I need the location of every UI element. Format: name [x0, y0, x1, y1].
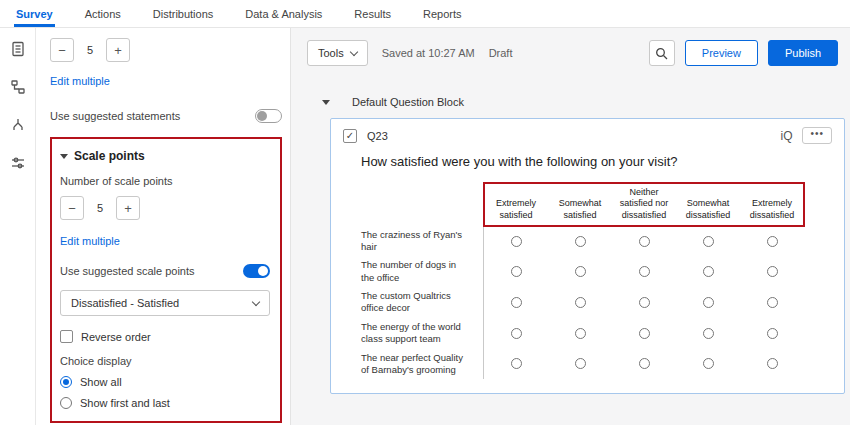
matrix-radio[interactable]	[511, 328, 522, 339]
matrix-radio[interactable]	[703, 266, 714, 277]
scale-points-section-header[interactable]: Scale points	[60, 149, 270, 163]
matrix-answer-cell	[740, 328, 804, 339]
question-builder-icon[interactable]	[7, 38, 29, 60]
matrix-radio[interactable]	[511, 358, 522, 369]
question-select-checkbox[interactable]: ✓	[343, 129, 357, 143]
matrix-answer-cell	[676, 358, 740, 369]
matrix-radio[interactable]	[575, 328, 586, 339]
matrix-row: The near perfect Quality of Barnaby's gr…	[361, 349, 832, 380]
matrix-radio[interactable]	[639, 266, 650, 277]
matrix-radio[interactable]	[575, 358, 586, 369]
statement-label[interactable]: The custom Qualtrics office decor	[361, 287, 483, 318]
left-icon-strip	[0, 28, 36, 425]
scale-points-stepper: − 5 +	[60, 196, 270, 220]
matrix-radio[interactable]	[575, 266, 586, 277]
scale-column-header[interactable]: Somewhat dissatisfied	[676, 198, 740, 221]
reverse-order-row[interactable]: Reverse order	[60, 330, 270, 343]
matrix-radio[interactable]	[703, 358, 714, 369]
matrix-radio[interactable]	[511, 236, 522, 247]
statement-label[interactable]: The craziness of Ryan's hair	[361, 226, 483, 257]
matrix-radio[interactable]	[511, 266, 522, 277]
statements-minus-button[interactable]: −	[50, 38, 74, 62]
matrix-row: The custom Qualtrics office decor	[361, 287, 832, 318]
iq-score-button[interactable]: iQ	[780, 129, 792, 143]
tools-label: Tools	[318, 47, 344, 59]
scale-column-header[interactable]: Somewhat satisfied	[548, 198, 612, 221]
scale-column-header[interactable]: Neither satisfied nor dissatisfied	[612, 187, 676, 221]
search-button[interactable]	[649, 40, 675, 66]
edit-multiple-scale-points-link[interactable]: Edit multiple	[60, 235, 120, 247]
show-first-last-label: Show first and last	[80, 397, 170, 409]
tab-distributions[interactable]: Distributions	[151, 0, 216, 27]
statement-label[interactable]: The number of dogs in the office	[361, 256, 483, 287]
survey-flow-icon[interactable]	[7, 76, 29, 98]
statement-label[interactable]: The energy of the world class support te…	[361, 318, 483, 349]
matrix-radio[interactable]	[703, 236, 714, 247]
matrix-radio[interactable]	[767, 328, 778, 339]
matrix-radio[interactable]	[703, 328, 714, 339]
scale-points-minus-button[interactable]: −	[60, 196, 84, 220]
annotation-box-scale-columns: Extremely satisfied Somewhat satisfied N…	[483, 183, 804, 226]
matrix-row-cells	[483, 256, 804, 287]
matrix-radio[interactable]	[511, 297, 522, 308]
draft-status: Draft	[489, 47, 513, 59]
scale-preset-dropdown[interactable]: Dissatisfied - Satisfied	[60, 290, 270, 316]
tab-reports[interactable]: Reports	[421, 0, 464, 27]
scale-column-header[interactable]: Extremely dissatisfied	[740, 198, 804, 221]
tab-survey[interactable]: Survey	[14, 0, 55, 27]
matrix-radio[interactable]	[767, 266, 778, 277]
matrix-radio[interactable]	[639, 297, 650, 308]
preview-button[interactable]: Preview	[685, 40, 758, 66]
matrix-radio[interactable]	[767, 297, 778, 308]
statements-count: 5	[82, 44, 98, 56]
show-first-last-radio[interactable]	[60, 397, 72, 409]
matrix-answer-cell	[548, 297, 612, 308]
statement-label[interactable]: The near perfect Quality of Barnaby's gr…	[361, 349, 483, 380]
scale-points-title: Scale points	[74, 149, 145, 163]
matrix-radio[interactable]	[575, 297, 586, 308]
statements-plus-button[interactable]: +	[106, 38, 130, 62]
matrix-answer-cell	[484, 297, 548, 308]
matrix-radio[interactable]	[639, 236, 650, 247]
top-nav: Survey Actions Distributions Data & Anal…	[0, 0, 850, 28]
matrix-radio[interactable]	[767, 236, 778, 247]
matrix-answer-cell	[548, 266, 612, 277]
choice-display-label: Choice display	[60, 355, 270, 367]
tools-dropdown[interactable]: Tools	[307, 40, 368, 66]
chevron-down-icon	[349, 47, 357, 55]
reverse-order-checkbox[interactable]	[60, 330, 73, 343]
qualtrics-survey-editor: Survey Actions Distributions Data & Anal…	[0, 0, 850, 425]
matrix-radio[interactable]	[575, 236, 586, 247]
tab-data-analysis[interactable]: Data & Analysis	[243, 0, 324, 27]
show-all-radio[interactable]	[60, 376, 72, 388]
matrix-answer-cell	[612, 358, 676, 369]
matrix-radio[interactable]	[767, 358, 778, 369]
question-text[interactable]: How satisfied were you with the followin…	[361, 154, 832, 169]
use-suggested-statements-toggle[interactable]	[255, 109, 282, 123]
edit-multiple-statements-link[interactable]: Edit multiple	[50, 75, 110, 87]
matrix-row-cells	[483, 318, 804, 349]
use-suggested-scale-points-toggle[interactable]	[243, 264, 270, 278]
matrix-answer-cell	[740, 266, 804, 277]
choice-display-show-first-last[interactable]: Show first and last	[60, 397, 270, 409]
matrix-radio[interactable]	[703, 297, 714, 308]
matrix-answer-cell	[676, 236, 740, 247]
survey-canvas: Tools Saved at 10:27 AM Draft Preview Pu…	[291, 28, 850, 425]
matrix-radio[interactable]	[639, 358, 650, 369]
block-title[interactable]: Default Question Block	[352, 96, 464, 108]
block-collapse-caret-icon[interactable]	[322, 100, 330, 105]
choice-display-show-all[interactable]: Show all	[60, 376, 270, 388]
show-all-label: Show all	[80, 376, 122, 388]
question-menu-button[interactable]: •••	[802, 127, 832, 144]
scale-column-header[interactable]: Extremely satisfied	[484, 198, 548, 221]
matrix-table: Extremely satisfied Somewhat satisfied N…	[361, 183, 832, 379]
save-status: Saved at 10:27 AM	[382, 47, 475, 59]
publish-button[interactable]: Publish	[768, 40, 838, 66]
matrix-answer-cell	[484, 236, 548, 247]
options-icon[interactable]	[7, 152, 29, 174]
logic-icon[interactable]	[7, 114, 29, 136]
tab-results[interactable]: Results	[352, 0, 393, 27]
matrix-radio[interactable]	[639, 328, 650, 339]
tab-actions[interactable]: Actions	[83, 0, 123, 27]
scale-points-plus-button[interactable]: +	[116, 196, 140, 220]
